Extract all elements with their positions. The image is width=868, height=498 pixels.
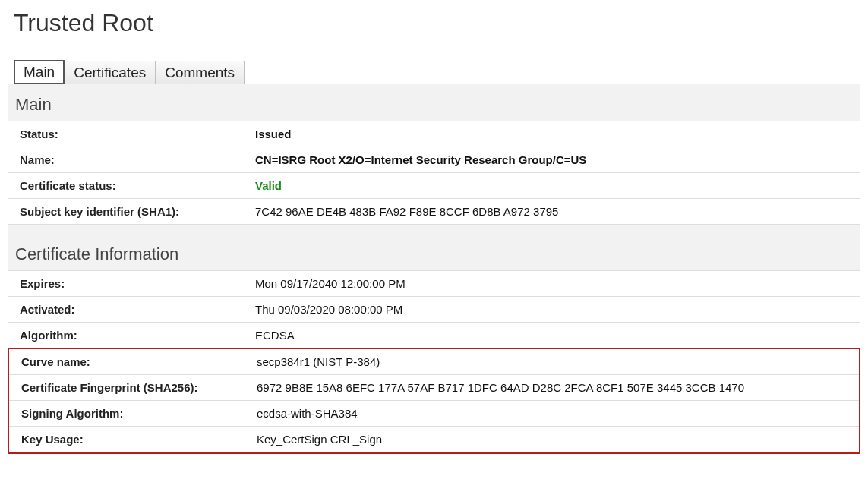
row-name: Name: CN=ISRG Root X2/O=Internet Securit… — [8, 147, 860, 172]
row-signing-algorithm: Signing Algorithm: ecdsa-with-SHA384 — [9, 400, 859, 426]
tab-certificates[interactable]: Certificates — [65, 61, 156, 84]
certinfo-highlighted-rows: Curve name: secp384r1 (NIST P-384) Certi… — [8, 348, 860, 454]
label-curve-name: Curve name: — [21, 355, 257, 368]
label-fingerprint: Certificate Fingerprint (SHA256): — [21, 381, 257, 394]
value-curve-name: secp384r1 (NIST P-384) — [257, 355, 847, 368]
value-activated: Thu 09/03/2020 08:00:00 PM — [255, 303, 848, 316]
label-status: Status: — [20, 128, 255, 140]
tab-panel-main: Main Status: Issued Name: CN=ISRG Root X… — [8, 84, 860, 454]
label-certificate-status: Certificate status: — [20, 179, 255, 192]
value-expires: Mon 09/17/2040 12:00:00 PM — [255, 277, 848, 290]
certinfo-rows: Expires: Mon 09/17/2040 12:00:00 PM Acti… — [8, 270, 860, 348]
main-rows: Status: Issued Name: CN=ISRG Root X2/O=I… — [8, 121, 860, 225]
value-algorithm: ECDSA — [255, 329, 848, 342]
row-algorithm: Algorithm: ECDSA — [8, 322, 860, 348]
tab-main[interactable]: Main — [14, 60, 65, 84]
value-status: Issued — [255, 128, 848, 140]
label-expires: Expires: — [20, 277, 255, 290]
row-status: Status: Issued — [8, 121, 860, 147]
row-expires: Expires: Mon 09/17/2040 12:00:00 PM — [8, 270, 860, 296]
row-ski: Subject key identifier (SHA1): 7C42 96AE… — [8, 198, 860, 225]
section-heading-main: Main — [15, 95, 860, 115]
row-fingerprint: Certificate Fingerprint (SHA256): 6972 9… — [9, 374, 859, 400]
page-title: Trusted Root — [14, 9, 860, 37]
label-signing-algorithm: Signing Algorithm: — [21, 407, 257, 420]
row-key-usage: Key Usage: Key_CertSign CRL_Sign — [9, 426, 859, 452]
value-ski: 7C42 96AE DE4B 483B FA92 F89E 8CCF 6D8B … — [255, 205, 848, 218]
label-activated: Activated: — [20, 303, 255, 316]
value-name: CN=ISRG Root X2/O=Internet Security Rese… — [255, 153, 848, 166]
label-algorithm: Algorithm: — [20, 329, 255, 342]
label-name: Name: — [20, 153, 255, 166]
tabs: Main Certificates Comments — [14, 60, 860, 84]
value-fingerprint: 6972 9B8E 15A8 6EFC 177A 57AF B717 1DFC … — [257, 381, 847, 394]
value-certificate-status: Valid — [255, 179, 848, 192]
section-heading-certinfo: Certificate Information — [15, 244, 860, 264]
row-curve-name: Curve name: secp384r1 (NIST P-384) — [9, 349, 859, 374]
row-certificate-status: Certificate status: Valid — [8, 172, 860, 198]
value-key-usage: Key_CertSign CRL_Sign — [257, 433, 847, 446]
label-ski: Subject key identifier (SHA1): — [20, 205, 255, 218]
value-signing-algorithm: ecdsa-with-SHA384 — [257, 407, 847, 420]
label-key-usage: Key Usage: — [21, 433, 257, 446]
row-activated: Activated: Thu 09/03/2020 08:00:00 PM — [8, 296, 860, 322]
tab-comments[interactable]: Comments — [156, 61, 245, 84]
